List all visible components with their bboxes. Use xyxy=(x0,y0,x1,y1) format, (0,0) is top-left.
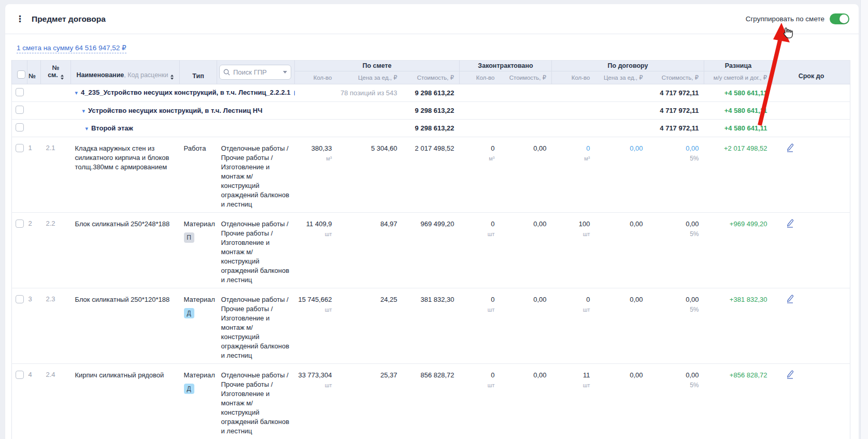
subcol-est-price: Цена за ед., ₽ xyxy=(337,71,403,84)
contract-subject-card: ⋮ Предмет договора Сгруппировать по смет… xyxy=(5,4,859,439)
scrollbar-track[interactable] xyxy=(860,0,868,439)
group-toggle-label: Сгруппировать по смете xyxy=(746,15,824,23)
term-cell xyxy=(773,288,850,364)
group-est-cost: 9 298 613,22 xyxy=(403,120,460,137)
con-qty-cell: 0шт xyxy=(460,364,500,439)
row-checkbox[interactable] xyxy=(16,220,24,228)
group-title-level2[interactable]: ▾Устройство несущих конструкций, в т.ч. … xyxy=(27,107,295,114)
row-sm-num: 2.4 xyxy=(41,364,71,439)
row-sm-num: 2.2 xyxy=(41,213,71,288)
con-qty-cell: 0шт xyxy=(460,288,500,364)
dog-qty-cell[interactable]: 0м³ xyxy=(552,137,595,213)
toggle-knob xyxy=(839,14,848,23)
diff-cell: +856 828,72 xyxy=(704,364,773,439)
table-row: 3 2.3 Блок силикатный 250*120*188 Матери… xyxy=(12,288,850,364)
term-cell xyxy=(773,137,850,213)
summary-row: 1 смета на сумму 64 516 947,52 ₽ xyxy=(5,34,859,60)
row-gpr: Отделочные работы / Прочие работы / Изго… xyxy=(217,213,295,288)
est-cost-cell: 969 499,20 xyxy=(403,213,460,288)
edit-pencil-icon[interactable] xyxy=(786,370,794,381)
estimate-group-row: ▾Устройство несущих конструкций, в т.ч. … xyxy=(12,102,850,120)
sort-icon xyxy=(170,75,174,80)
gpr-search[interactable] xyxy=(219,65,291,80)
row-num: 2 xyxy=(27,213,41,288)
est-qty-cell: 380,33м³ xyxy=(295,137,337,213)
collapse-triangle-icon[interactable]: ▾ xyxy=(82,108,86,114)
est-price-cell: 24,25 xyxy=(337,288,403,364)
row-sm-num: 2.1 xyxy=(41,137,71,213)
diff-cell: +2 017 498,52 xyxy=(704,137,773,213)
subcol-diff: м/у сметой и дог., ₽ xyxy=(704,71,773,84)
group-diff: +4 580 641,11 xyxy=(704,84,773,102)
dog-price-cell[interactable]: 0,00 xyxy=(595,364,648,439)
edit-pencil-icon[interactable] xyxy=(786,143,794,154)
collapse-triangle-icon[interactable]: ▾ xyxy=(86,125,89,131)
con-qty-cell: 0шт xyxy=(460,213,500,288)
group-diff: +4 580 641,11 xyxy=(704,102,773,120)
row-gpr: Отделочные работы / Прочие работы / Изго… xyxy=(217,364,295,439)
row-name: Кирпич силикатный рядовой xyxy=(71,364,180,439)
sort-icon xyxy=(61,75,64,80)
dog-qty-cell[interactable]: 100шт xyxy=(552,213,595,288)
edit-pencil-icon[interactable] xyxy=(786,219,794,229)
select-all-checkbox[interactable] xyxy=(17,70,25,79)
con-cost-cell: 0,00 xyxy=(500,288,552,364)
chevron-down-icon[interactable] xyxy=(283,71,287,74)
subcol-dog-cost: Стоимость, ₽ xyxy=(648,71,704,84)
gpr-search-input[interactable] xyxy=(233,68,278,76)
col-term: Срок до xyxy=(773,61,850,84)
row-num: 4 xyxy=(27,364,41,439)
dog-cost-cell[interactable]: 0,005% xyxy=(648,213,704,288)
row-checkbox[interactable] xyxy=(16,144,24,152)
edit-pencil-icon[interactable] xyxy=(786,295,794,305)
row-checkbox[interactable] xyxy=(16,106,24,114)
est-cost-cell: 2 017 498,52 xyxy=(403,137,460,213)
row-checkbox[interactable] xyxy=(16,123,24,131)
row-checkbox[interactable] xyxy=(16,88,24,96)
row-gpr: Отделочные работы / Прочие работы / Изго… xyxy=(217,288,295,364)
type-badge: Д xyxy=(184,384,194,394)
card-header: ⋮ Предмет договора Сгруппировать по смет… xyxy=(5,4,859,34)
type-badge: Д xyxy=(184,308,194,318)
diff-cell: +969 499,20 xyxy=(704,213,773,288)
col-name[interactable]: Наименование, Код расценки xyxy=(71,61,180,84)
dog-qty-cell[interactable]: 11шт xyxy=(552,364,595,439)
dog-price-cell[interactable]: 0,00 xyxy=(595,288,648,364)
dog-price-cell[interactable]: 0,00 xyxy=(595,137,648,213)
group-est-cost: 9 298 613,22 xyxy=(403,102,460,120)
group-title-level3[interactable]: ▾Второй этаж xyxy=(27,124,295,132)
type-badge: П xyxy=(184,232,194,243)
dog-cost-cell[interactable]: 0,005% xyxy=(648,288,704,364)
subcol-con-qty: Кол-во xyxy=(460,71,500,84)
dog-cost-cell[interactable]: 0,005% xyxy=(648,364,704,439)
est-price-cell: 84,97 xyxy=(337,213,403,288)
search-icon xyxy=(223,69,230,76)
group-dog-cost: 4 717 972,11 xyxy=(648,102,704,120)
table-row: 1 2.1 Кладка наружных стен из силикатног… xyxy=(12,137,850,213)
estimate-sum-link[interactable]: 1 смета на сумму 64 516 947,52 ₽ xyxy=(17,44,126,53)
group-by-estimate-toggle[interactable] xyxy=(830,13,849,24)
subcol-est-qty: Кол-во xyxy=(295,71,337,84)
term-cell xyxy=(773,213,850,288)
group-dog-cost: 4 717 972,11 xyxy=(648,84,704,102)
dog-price-cell[interactable]: 0,00 xyxy=(595,213,648,288)
group-header-smeta: По смете xyxy=(295,61,460,71)
row-checkbox[interactable] xyxy=(16,295,24,303)
page-title: Предмет договора xyxy=(32,14,106,24)
row-checkbox[interactable] xyxy=(16,371,24,379)
group-title-level1[interactable]: ▾4_235_Устройство несущих конструкций, в… xyxy=(27,89,295,97)
group-est-cost: 9 298 613,22 xyxy=(403,84,460,102)
dog-cost-cell[interactable]: 0,005% xyxy=(648,137,704,213)
row-num: 1 xyxy=(27,137,41,213)
diff-cell: +381 832,30 xyxy=(704,288,773,364)
external-link-icon[interactable] xyxy=(294,89,295,97)
est-qty-cell: 33 773,304шт xyxy=(295,364,337,439)
col-num-sm[interactable]: № см. xyxy=(41,61,71,84)
kebab-menu-icon[interactable]: ⋮ xyxy=(16,14,24,23)
collapse-triangle-icon[interactable]: ▾ xyxy=(75,90,78,96)
dog-qty-cell[interactable]: 0шт xyxy=(552,288,595,364)
positions-count: 78 позиций из 543 xyxy=(295,84,403,102)
group-header-contracted: Законтрактовано xyxy=(460,61,552,71)
subcol-con-cost: Стоимость, ₽ xyxy=(500,71,552,84)
row-type: МатериалП xyxy=(180,213,217,288)
